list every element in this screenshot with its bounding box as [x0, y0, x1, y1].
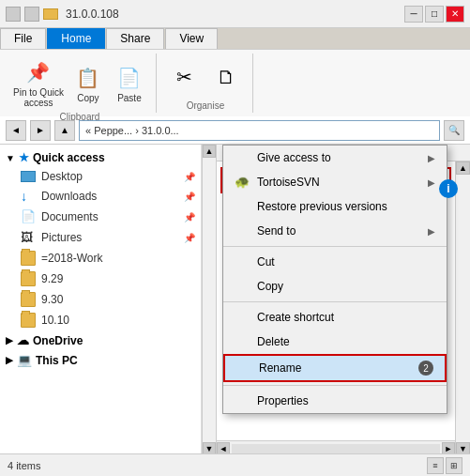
properties-label: Properties [257, 394, 309, 407]
sidebar-item-929[interactable]: 9.29 [0, 269, 201, 289]
window-title: 31.0.0.108 [66, 8, 404, 21]
properties-icon [235, 393, 250, 408]
send-to-arrow: ▶ [428, 226, 435, 237]
back-button[interactable]: ◄ [6, 120, 26, 141]
tab-home[interactable]: Home [47, 28, 105, 49]
sidebar-scrollbar[interactable]: ▲ ▼ [202, 145, 217, 455]
ctx-rename[interactable]: Rename 2 [223, 354, 447, 382]
details-view-icon[interactable]: ≡ [427, 457, 444, 474]
ribbon-content: 📌 Pin to Quickaccess 📋 Copy 📄 Paste Clip… [0, 49, 470, 116]
pictures-label: Pictures [41, 231, 82, 244]
copy-button[interactable]: 📋 Copy [69, 61, 107, 105]
onedrive-label: OneDrive [33, 334, 83, 347]
tortoisesvn-icon: 🐢 [235, 175, 250, 190]
pictures-pin-icon: 📌 [184, 233, 195, 243]
folder-2018-icon [21, 251, 36, 266]
star-icon: ★ [19, 151, 29, 164]
sidebar-item-documents[interactable]: 📄 Documents 📌 [0, 207, 201, 227]
cut-label: Cut [257, 255, 275, 269]
scroll-up-btn[interactable]: ▲ [203, 145, 216, 158]
sidebar-item-930[interactable]: 9.30 [0, 289, 201, 310]
shortcut-icon [235, 310, 250, 325]
copy-ctx-label: Copy [257, 280, 283, 293]
930-label: 9.30 [41, 293, 63, 306]
create-shortcut-label: Create shortcut [257, 311, 334, 324]
maximize-button[interactable]: □ [425, 6, 444, 23]
ribbon-group-clipboard: 📌 Pin to Quickaccess 📋 Copy 📄 Paste Clip… [4, 54, 157, 113]
content-scrollbar[interactable]: ▲ ▼ [455, 161, 470, 455]
ctx-give-access[interactable]: Give access to ▶ [223, 146, 447, 170]
address-path[interactable]: « Peppe... › 31.0.0... [79, 120, 440, 141]
delete-icon [235, 334, 250, 349]
title-bar: 31.0.0.108 ─ □ ✕ [0, 0, 470, 28]
copy-ctx-icon [235, 279, 250, 294]
cut-icon [235, 254, 250, 269]
ctx-properties[interactable]: Properties [223, 389, 447, 413]
thispc-label: This PC [36, 354, 78, 367]
tab-file[interactable]: File [0, 28, 46, 49]
rename-label: Rename [259, 361, 301, 375]
rename-icon [236, 361, 251, 376]
documents-icon: 📄 [21, 209, 36, 224]
computer-icon: 💻 [17, 353, 32, 367]
documents-pin-icon: 📌 [184, 212, 195, 223]
content-scroll-up-btn[interactable]: ▲ [456, 161, 470, 175]
folder-1010-icon [21, 313, 36, 328]
view-icons: ≡ ⊞ [427, 457, 462, 474]
restore-icon [235, 199, 250, 214]
sidebar-quick-access-header[interactable]: ▼ ★ Quick access [0, 148, 201, 167]
929-label: 9.29 [41, 272, 63, 285]
sidebar: ▼ ★ Quick access Desktop 📌 ↓ Downloads 📌… [0, 145, 202, 455]
close-button[interactable]: ✕ [446, 6, 464, 23]
scissors-button[interactable]: ✂ [166, 60, 204, 94]
sidebar-item-1010[interactable]: 10.10 [0, 310, 201, 330]
up-button[interactable]: ▲ [54, 120, 75, 141]
main-area: ▼ ★ Quick access Desktop 📌 ↓ Downloads 📌… [0, 145, 470, 455]
quick-access-label: Quick access [33, 151, 105, 164]
sidebar-onedrive-header[interactable]: ▶ ☁ OneDrive [0, 330, 201, 350]
ctx-create-shortcut[interactable]: Create shortcut [223, 305, 447, 330]
ctx-tortoisesvn[interactable]: 🐢 TortoiseSVN ▶ [223, 170, 447, 194]
sidebar-item-desktop[interactable]: Desktop 📌 [0, 167, 201, 186]
tab-share[interactable]: Share [106, 28, 164, 49]
chevron-icon: ▼ [6, 153, 15, 163]
tab-view[interactable]: View [165, 28, 218, 49]
tortoisesvn-arrow: ▶ [428, 177, 435, 188]
paste-button[interactable]: 📄 Paste [111, 61, 148, 105]
title-controls: ─ □ ✕ [404, 6, 464, 23]
title-bar-icons [6, 7, 58, 22]
ctx-cut[interactable]: Cut [223, 250, 447, 274]
ctx-restore[interactable]: Restore previous versions [223, 194, 447, 219]
ctx-copy[interactable]: Copy [223, 274, 447, 299]
rename-badge: 2 [418, 361, 433, 376]
pin-icon: 📌 [23, 57, 53, 87]
sidebar-item-pictures[interactable]: 🖼 Pictures 📌 [0, 227, 201, 248]
minimize-button[interactable]: ─ [404, 6, 423, 23]
ribbon-group-organise-items: ✂ 🗋 [166, 55, 245, 99]
context-menu: Give access to ▶ 🐢 TortoiseSVN ▶ Restore… [222, 145, 447, 414]
paste-label: Paste [117, 93, 142, 103]
sidebar-item-downloads[interactable]: ↓ Downloads 📌 [0, 186, 201, 207]
sidebar-item-2018work[interactable]: =2018-Work [0, 248, 201, 269]
ctx-separator-2 [223, 301, 447, 302]
cloud-icon: ☁ [17, 333, 29, 347]
ribbon-group-organise: ✂ 🗋 Organise [159, 54, 253, 113]
search-button[interactable]: 🔍 [444, 120, 464, 141]
send-to-label: Send to [257, 224, 296, 238]
give-access-label: Give access to [257, 151, 331, 164]
give-access-arrow: ▶ [428, 153, 435, 163]
desktop-icon [21, 171, 36, 182]
large-icons-view-icon[interactable]: ⊞ [446, 457, 462, 474]
pin-quick-access-button[interactable]: 📌 Pin to Quickaccess [11, 55, 66, 110]
chevron-thispc-icon: ▶ [6, 355, 13, 365]
desktop-label: Desktop [41, 170, 83, 183]
address-bar: ◄ ► ▲ « Peppe... › 31.0.0... 🔍 [0, 116, 470, 145]
ctx-delete[interactable]: Delete [223, 330, 447, 354]
pictures-icon: 🖼 [21, 230, 36, 245]
forward-button[interactable]: ► [30, 120, 51, 141]
sidebar-thispc-header[interactable]: ▶ 💻 This PC [0, 350, 201, 370]
copy-icon: 📋 [73, 63, 103, 93]
pin-label: Pin to Quickaccess [13, 87, 64, 108]
move-button[interactable]: 🗋 [207, 60, 245, 94]
ctx-send-to[interactable]: Send to ▶ [223, 219, 447, 243]
